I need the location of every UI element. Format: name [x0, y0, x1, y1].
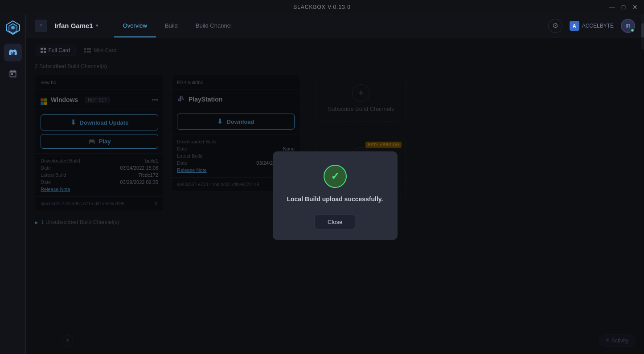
user-status-dot	[631, 28, 634, 32]
close-button[interactable]: ✕	[632, 4, 639, 11]
tab-build[interactable]: Build	[156, 15, 187, 37]
title-bar-controls: — □ ✕	[608, 4, 639, 11]
svg-point-2	[11, 26, 15, 29]
title-bar-text: BLACKBOX V.0.13.0	[293, 4, 351, 10]
nav-collapse-button[interactable]: ≡	[35, 20, 47, 32]
app-layout: ≡ Irfan Game1 ▾ Overview Build Build Cha…	[0, 14, 644, 354]
settings-button[interactable]: ⚙	[548, 19, 562, 33]
game-title[interactable]: Irfan Game1 ▾	[54, 22, 98, 29]
chevron-down-icon: ▾	[96, 23, 98, 28]
content-area: Full Card Mini Card 2 Subscribed Build C…	[26, 37, 644, 354]
modal-message: Local Build upload successfully.	[287, 195, 383, 204]
maximize-button[interactable]: □	[620, 4, 627, 11]
title-bar: BLACKBOX V.0.13.0 — □ ✕	[0, 0, 644, 14]
top-nav: ≡ Irfan Game1 ▾ Overview Build Build Cha…	[26, 14, 644, 37]
gear-icon: ⚙	[552, 21, 558, 30]
sidebar-item-gamepad[interactable]	[4, 44, 22, 61]
user-avatar[interactable]: IR	[621, 19, 635, 33]
modal-overlay: ✓ Local Build upload successfully. Close	[26, 37, 644, 354]
accelbyte-brand: A ACCELBYTE	[570, 21, 614, 31]
main-area: ≡ Irfan Game1 ▾ Overview Build Build Cha…	[26, 14, 644, 354]
tab-overview[interactable]: Overview	[114, 15, 156, 37]
success-icon: ✓	[324, 165, 347, 188]
accelbyte-logo: A	[570, 21, 579, 31]
modal-close-button[interactable]: Close	[315, 215, 355, 229]
sidebar-item-calendar[interactable]	[4, 65, 22, 83]
sidebar	[0, 14, 26, 354]
minimize-button[interactable]: —	[608, 4, 615, 11]
success-modal: ✓ Local Build upload successfully. Close	[273, 151, 398, 240]
checkmark-icon: ✓	[331, 170, 340, 183]
nav-right: ⚙ A ACCELBYTE IR	[548, 19, 635, 33]
nav-tabs: Overview Build Build Channel	[114, 14, 241, 37]
sidebar-logo	[5, 20, 21, 36]
tab-build-channel[interactable]: Build Channel	[187, 15, 241, 37]
